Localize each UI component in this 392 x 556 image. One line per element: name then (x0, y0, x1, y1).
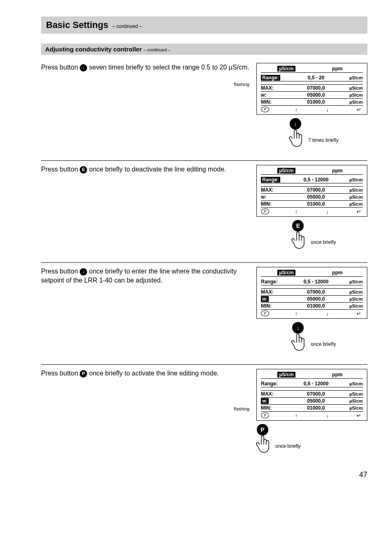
right-column: µS/cm ppm Range: 0,5 - 12000 µS/cm MAX: … (256, 165, 367, 253)
step-section: Press button ↓ once briefly to enter the… (41, 263, 367, 364)
up-arrow-icon: ↑ (292, 107, 300, 113)
lcd-display: µS/cm ppm Range: 0,5 - 12000 µS/cm MAX: … (256, 369, 367, 421)
page-number: 47 (41, 470, 367, 479)
press-gesture: P once briefly (252, 424, 300, 456)
up-arrow-icon: ↑ (292, 310, 300, 317)
max-value: 07000,0 (290, 85, 342, 91)
max-label: MAX: (261, 85, 290, 91)
down-arrow-icon: ↓ (80, 64, 87, 72)
up-arrow-icon: ↑ (292, 208, 300, 215)
lcd-min-row: MIN: 01000,0 µS/cm (261, 99, 363, 106)
min-label: MIN: (261, 99, 290, 105)
lcd-range-row: Range: 0,5 - 20 µS/cm (261, 74, 363, 81)
lcd-max-row: MAX: 07000,0 µS/cm (261, 85, 363, 92)
lcd-w-row: w: 05000,0 µS/cm (261, 92, 363, 99)
step-section: Press button P once briefly to activate … (41, 365, 367, 466)
lcd-header-row: µS/cm ppm (261, 66, 363, 73)
p-icon: P (261, 310, 269, 316)
instruction-text: Press button ↓ once briefly to enter the… (41, 267, 256, 285)
enter-icon: ↵ (355, 310, 363, 317)
enter-icon: ↵ (355, 412, 363, 419)
sub-header: Adjusting conductivity controller – cont… (41, 44, 367, 55)
up-arrow-icon: ↑ (292, 412, 300, 419)
flashing-label: flashing (234, 82, 249, 87)
hand-icon (285, 128, 306, 151)
p-icon: P (261, 208, 269, 214)
unit-uscm-hl: µS/cm (277, 66, 295, 72)
enter-icon: ↵ (355, 208, 363, 215)
instruction-text: Press button P once briefly to activate … (41, 369, 256, 378)
w-label: w: (261, 92, 290, 98)
subtitle-continued: – continued – (143, 47, 171, 52)
down-arrow-icon: ↓ (323, 412, 332, 419)
p-button-icon: P (80, 370, 87, 378)
title-continued: – continued – (113, 23, 142, 29)
hand-icon (288, 230, 308, 253)
e-button-icon: E (80, 166, 87, 174)
hand-icon (288, 332, 308, 354)
lcd-display: µS/cm ppm Range: 0,5 - 12000 µS/cm MAX: … (256, 267, 367, 319)
unit-ppm: ppm (312, 66, 363, 72)
lcd-display: µS/cm ppm Range: 0,5 - 20 µS/cm MAX: 070… (256, 63, 367, 115)
title-bar: Basic Settings – continued – (41, 16, 367, 34)
down-arrow-icon: ↓ (323, 208, 332, 215)
down-arrow-icon: ↓ (323, 107, 332, 113)
press-caption: once briefly (311, 239, 336, 245)
press-caption: once briefly (311, 341, 336, 347)
subtitle: Adjusting conductivity controller (45, 46, 142, 53)
range-label-hl: Range: (261, 75, 280, 81)
down-arrow-icon: ↓ (80, 268, 87, 276)
step-section: Press button E once briefly to deactivat… (41, 161, 367, 262)
right-column: flashing µS/cm ppm Range: 0,5 - 20 µS/cm… (256, 63, 367, 151)
p-icon: P (261, 412, 269, 418)
lcd-icon-row: P ↑ ↓ ↵ (261, 106, 363, 113)
flashing-label: flashing (234, 406, 249, 411)
step-section: Press button ↓ seven times briefly to se… (41, 59, 367, 160)
right-column: µS/cm ppm Range: 0,5 - 12000 µS/cm MAX: … (256, 267, 367, 354)
enter-icon: ↵ (355, 107, 363, 113)
down-arrow-icon: ↓ (323, 310, 332, 317)
hand-icon (252, 434, 273, 456)
press-gesture: ↓ 7 times briefly (285, 118, 339, 151)
press-gesture: ↓ once briefly (288, 322, 336, 354)
press-caption: once briefly (275, 443, 300, 449)
press-caption: 7 times briefly (308, 137, 339, 143)
right-column: flashing µS/cm ppm Range: 0,5 - 12000 µS… (256, 369, 367, 456)
lcd-display: µS/cm ppm Range: 0,5 - 12000 µS/cm MAX: … (256, 165, 367, 217)
range-value: 0,5 - 20 (290, 75, 342, 81)
range-unit: µS/cm (342, 75, 363, 80)
instruction-text: Press button ↓ seven times briefly to se… (41, 63, 256, 72)
min-value: 01000,0 (290, 99, 342, 105)
page-title: Basic Settings (46, 20, 108, 30)
p-icon: P (261, 107, 269, 112)
instruction-text: Press button E once briefly to deactivat… (41, 165, 256, 174)
press-gesture: E once briefly (288, 220, 336, 253)
w-value: 05000,0 (290, 92, 342, 98)
